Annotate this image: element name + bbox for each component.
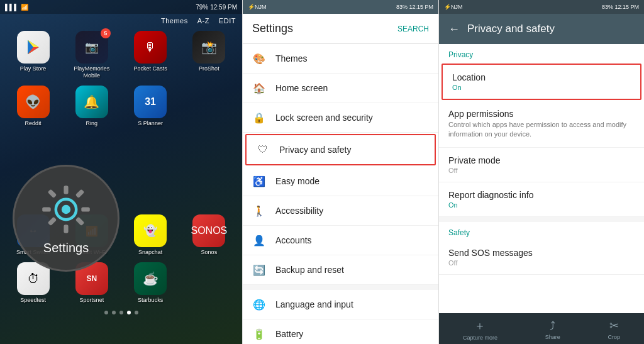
privacy-status-right: 83% 12:15 PM [602,4,639,10]
back-button[interactable]: ← [448,23,460,36]
bt-icon: ⚡NJM [248,4,267,10]
privacy-battery: 83% 12:15 PM [602,4,639,10]
settings-item-privacy[interactable]: 🛡 Privacy and safety [245,134,436,165]
splanner-label: S Planner [138,120,163,127]
accounts-icon: 👤 [252,233,266,247]
settings-item-lockscreen[interactable]: 🔒 Lock screen and security [243,103,438,133]
homescreen-label: Home screen [275,83,328,93]
apppermissions-desc: Control which apps have permission to ac… [448,120,635,140]
settings-status-bar: ⚡NJM 83% 12:15 PM [243,0,438,14]
crop-button[interactable]: ✂ Crop [608,319,621,340]
diagnostic-title: Report diagnostic info [448,190,635,200]
backup-label: Backup and reset [275,265,344,275]
svg-rect-9 [81,207,90,211]
svg-rect-12 [75,189,85,198]
battery-icon: 🔋 [252,327,266,341]
app-playmemories[interactable]: 📷 5 PlayMemories Mobile [65,31,118,79]
settings-search-button[interactable]: SEARCH [397,25,429,33]
privacy-item-diagnostic[interactable]: Report diagnostic info On [439,182,644,217]
dot-5[interactable] [135,311,138,314]
edit-button[interactable]: EDIT [219,17,236,25]
privacy-item-apppermissions[interactable]: App permissions Control which apps have … [439,101,644,148]
privacy-status-left: ⚡NJM [444,4,463,10]
reddit-label: Reddit [25,120,42,127]
starbucks-label: Starbucks [138,297,163,304]
dot-3[interactable] [119,311,123,314]
app-reddit[interactable]: 👽 Reddit [6,86,60,127]
ring-label: Ring [86,120,98,127]
settings-list: 🎨 Themes 🏠 Home screen 🔒 Lock screen and… [243,44,438,344]
privacy-content: Privacy Location On App permissions Cont… [439,44,644,313]
proshot-icon: 📸 [192,31,225,64]
sportsnet-label: Sportsnet [80,297,104,304]
app-grid-row2: 👽 Reddit 🔔 Ring 31 S Planner [0,82,242,130]
svg-rect-7 [64,225,68,233]
language-icon: 🌐 [252,297,266,311]
svg-rect-6 [64,186,68,194]
language-label: Language and input [275,299,353,309]
app-splanner[interactable]: 31 S Planner [124,86,177,127]
privatemode-title: Private mode [448,155,635,165]
diagnostic-subtitle: On [448,201,635,209]
dot-4-active[interactable] [127,311,131,314]
settings-item-battery[interactable]: 🔋 Battery [243,319,438,344]
speedtest-label: Speedtest [20,297,46,304]
privacy-item-sos[interactable]: Send SOS messages Off [439,240,644,275]
app-sonos[interactable]: SONOS Sonos [182,214,236,256]
settings-overlay[interactable]: Settings [13,165,119,272]
apppermissions-title: App permissions [448,109,635,119]
pocketcasts-label: Pocket Casts [134,65,167,72]
proshot-label: ProShot [199,65,219,72]
app-placeholder2 [182,262,236,304]
privacy-icon: 🛡 [256,143,270,157]
app-snapchat[interactable]: 👻 Snapchat [124,214,177,256]
page-dots [0,308,242,317]
settings-item-homescreen[interactable]: 🏠 Home screen [243,74,438,103]
settings-item-accounts[interactable]: 👤 Accounts [243,226,438,255]
settings-item-backup[interactable]: 🔄 Backup and reset [243,255,438,285]
status-right: 79% 12:59 PM [196,4,237,11]
settings-item-themes[interactable]: 🎨 Themes [243,44,438,74]
app-proshot[interactable]: 📸 ProShot [182,31,236,79]
accessibility-label: Accessibility [275,206,323,216]
easymode-icon: ♿ [252,174,266,188]
privacy-item-privatemode[interactable]: Private mode Off [439,148,644,182]
backup-icon: 🔄 [252,263,266,277]
playmemories-icon: 📷 5 [75,31,108,64]
crop-label: Crop [608,334,621,340]
wifi-icon: 📶 [21,4,28,11]
app-grid-row1: Play Store 📷 5 PlayMemories Mobile 🎙 Poc… [0,28,242,82]
dot-1[interactable] [104,311,108,314]
safety-section-header: Safety [439,222,644,240]
app-placeholder1 [182,86,236,127]
settings-title: Settings [252,22,293,35]
phone-status-bar: ▌▌▌ 📶 79% 12:59 PM [0,0,242,14]
settings-gear-icon [38,181,94,238]
battery-text: 79% [196,4,208,11]
app-starbucks[interactable]: ☕ Starbucks [124,262,177,304]
time-text: 12:59 PM [210,4,237,11]
pocketcasts-icon: 🎙 [134,31,167,64]
share-label: Share [545,334,560,340]
dot-2[interactable] [112,311,116,314]
settings-item-language[interactable]: 🌐 Language and input [243,290,438,319]
privacy-title: Privacy and safety [467,23,555,35]
settings-overlay-label: Settings [43,241,89,255]
playstore-icon [17,31,50,64]
svg-rect-8 [42,207,51,211]
app-playstore[interactable]: Play Store [6,31,60,79]
capture-more-button[interactable]: ＋ Capture more [463,318,497,341]
sonos-icon: SONOS [192,214,225,247]
crop-icon: ✂ [609,319,619,333]
settings-divider [243,285,438,290]
settings-item-accessibility[interactable]: 🚶 Accessibility [243,196,438,226]
search-button[interactable]: Themes [161,17,188,25]
app-ring[interactable]: 🔔 Ring [65,86,118,127]
share-button[interactable]: ⤴ Share [545,319,560,340]
settings-item-easymode[interactable]: ♿ Easy mode [243,167,438,196]
app-pocketcasts[interactable]: 🎙 Pocket Casts [124,31,177,79]
az-button[interactable]: A-Z [197,17,209,25]
privacy-item-location[interactable]: Location On [441,64,641,100]
privacy-panel: ⚡NJM 83% 12:15 PM ← Privacy and safety P… [439,0,644,344]
app-grid-row5: ⏱ Speedtest SN Sportsnet ☕ Starbucks [0,259,242,307]
